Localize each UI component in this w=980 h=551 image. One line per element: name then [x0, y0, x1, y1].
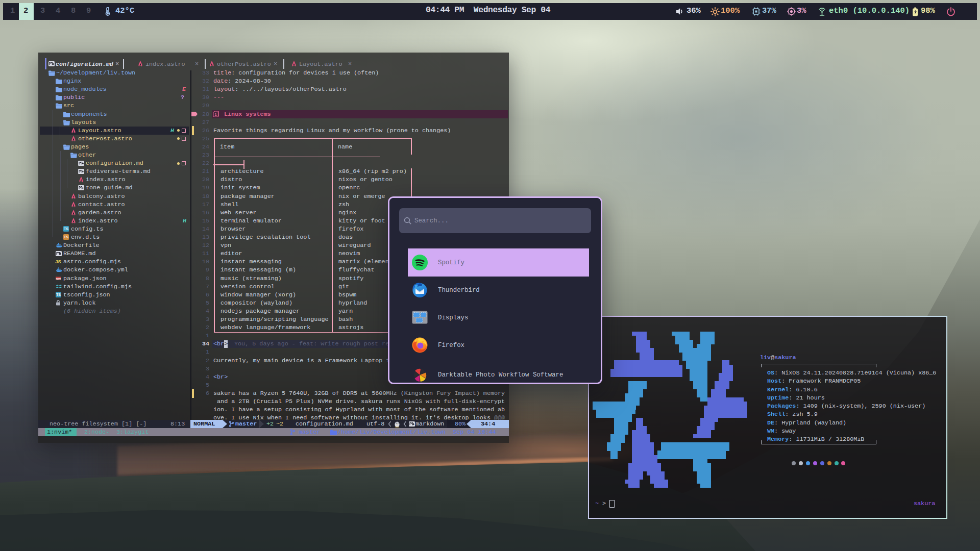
svg-text:1: 1 [215, 112, 217, 117]
svg-text:TS: TS [64, 227, 68, 231]
svg-text:npm: npm [56, 277, 61, 280]
svg-text:TS: TS [64, 235, 68, 239]
svg-text:JS: JS [55, 259, 61, 265]
svg-text:TS: TS [56, 293, 61, 296]
